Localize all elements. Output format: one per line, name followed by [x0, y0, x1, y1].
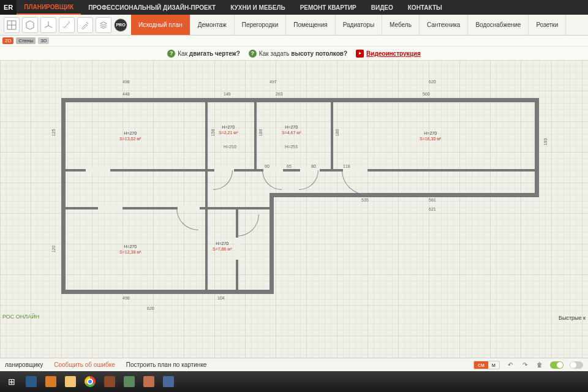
door[interactable] [213, 170, 233, 190]
tab-demolition[interactable]: Демонтаж [190, 15, 235, 35]
online-status[interactable]: РОС ОНЛАЙН [0, 312, 42, 321]
nav-design[interactable]: ПРОФЕССИОНАЛЬНЫЙ ДИЗАЙН-ПРОЕКТ [81, 0, 223, 15]
wall[interactable] [205, 172, 208, 290]
tool-hammer-icon[interactable] [77, 17, 93, 33]
quick-actions[interactable]: Быстрые к [559, 315, 586, 321]
toggle-1[interactable] [550, 361, 564, 369]
task-app-4[interactable] [120, 373, 138, 390]
tab-plumbing[interactable]: Сантехника [420, 15, 469, 35]
link-planner[interactable]: ланировщику [5, 361, 43, 368]
dim: 581 [429, 198, 436, 202]
dim: 193 [543, 138, 548, 146]
wall[interactable] [270, 193, 274, 294]
door[interactable] [176, 208, 198, 230]
help-icon: ? [249, 50, 257, 58]
wall[interactable] [61, 290, 274, 294]
tab-water[interactable]: Водоснабжение [468, 15, 529, 35]
dim: 621 [429, 207, 436, 211]
wall[interactable] [535, 98, 539, 197]
unit-cm[interactable]: см [474, 361, 488, 369]
dim: 560 [423, 92, 430, 96]
nav-video[interactable]: ВИДЕО [364, 0, 401, 15]
hint-move[interactable]: ? Как двигать чертеж? [167, 50, 240, 58]
tool-blueprint-icon[interactable] [4, 17, 20, 33]
task-app-2[interactable] [42, 373, 60, 390]
dim: 125 [51, 129, 56, 137]
toggle-2[interactable] [570, 361, 583, 369]
hint-text: Как задать высоту потолков? [259, 50, 347, 57]
view-3d-button[interactable]: 3D [38, 37, 49, 44]
task-app-1[interactable] [22, 373, 40, 390]
nav-contacts[interactable]: КОНТАКТЫ [401, 0, 450, 15]
dim: 180 [335, 129, 339, 137]
wall[interactable] [66, 207, 270, 209]
wall[interactable] [254, 100, 257, 171]
top-nav: ER ПЛАНИРОВЩИК ПРОФЕССИОНАЛЬНЫЙ ДИЗАЙН-П… [0, 0, 588, 15]
wall[interactable] [331, 100, 333, 171]
wall[interactable] [270, 193, 539, 197]
redo-icon[interactable]: ↷ [521, 361, 529, 369]
view-walls-button[interactable]: Стены [16, 37, 36, 44]
task-app-6[interactable] [159, 373, 178, 390]
link-report-bug[interactable]: Сообщить об ошибке [54, 361, 115, 368]
view-2d-button[interactable]: 2D [2, 37, 13, 44]
room-label: H=270S=16,30 м² [420, 130, 441, 141]
wall[interactable] [61, 98, 539, 102]
link-build-from-pic[interactable]: Построить план по картинке [126, 361, 207, 368]
dim: 498 [123, 80, 130, 84]
canvas[interactable]: 498 497 620 448 149 263 560 [0, 60, 588, 358]
door[interactable] [262, 170, 282, 190]
door[interactable] [342, 170, 366, 195]
room-label: H=270S=13,02 м² [119, 130, 141, 141]
tool-cube-icon[interactable] [22, 17, 38, 33]
door[interactable] [237, 214, 259, 236]
room-label: H=270S=2,21 м² [219, 124, 238, 135]
task-chrome[interactable] [81, 373, 99, 390]
tab-sockets[interactable]: Розетки [529, 15, 566, 35]
logo: ER [0, 0, 17, 15]
dim: 498 [123, 296, 130, 300]
dim: 535 [361, 198, 369, 202]
tab-rooms[interactable]: Помещения [286, 15, 335, 35]
hints-bar: ? Как двигать чертеж? ? Как задать высот… [0, 47, 588, 60]
nav-repair[interactable]: РЕМОНТ КВАРТИР [293, 0, 364, 15]
dim: 620 [429, 80, 436, 84]
start-button[interactable]: ⊞ [2, 373, 21, 390]
unit-toggle[interactable]: см м [473, 361, 500, 369]
task-app-5[interactable] [140, 373, 158, 390]
door[interactable] [299, 170, 318, 190]
dim: 104 [217, 296, 225, 300]
tab-radiators[interactable]: Радиаторы [336, 15, 382, 35]
tool-pro-badge[interactable]: PRO [114, 18, 127, 32]
tab-partitions[interactable]: Перегородки [235, 15, 287, 35]
tool-magic-icon[interactable] [59, 17, 75, 33]
unit-m[interactable]: м [488, 361, 499, 369]
dim: 90 [265, 164, 270, 168]
undo-icon[interactable]: ↶ [506, 361, 514, 369]
trash-icon[interactable]: 🗑 [535, 361, 544, 369]
toolbar: PRO Исходный план Демонтаж Перегородки П… [0, 15, 588, 36]
task-app-3[interactable] [100, 373, 119, 390]
task-explorer[interactable] [61, 373, 80, 390]
floor-plan[interactable]: 498 497 620 448 149 263 560 [55, 78, 545, 311]
room-label: H=270S=4,67 м² [282, 124, 301, 135]
dim: 497 [270, 80, 277, 84]
nav-kitchen[interactable]: КУХНИ И МЕБЕЛЬ [223, 0, 292, 15]
tab-furniture[interactable]: Мебель [382, 15, 420, 35]
dim: 80 [311, 164, 316, 168]
wall[interactable] [205, 100, 208, 171]
dim: 620 [147, 306, 154, 311]
tool-layers-icon[interactable] [96, 17, 111, 33]
tool-3d-icon[interactable] [40, 17, 56, 33]
hint-ceiling[interactable]: ? Как задать высоту потолков? [249, 50, 347, 58]
help-icon: ? [167, 50, 175, 58]
dim: 448 [123, 92, 130, 96]
tab-source-plan[interactable]: Исходный план [131, 15, 190, 35]
dim: 149 [224, 92, 231, 96]
wall[interactable] [61, 98, 66, 294]
hint-video[interactable]: Видеоинструкция [356, 50, 421, 58]
tool-icons: PRO [0, 15, 131, 35]
dim: 65 [287, 164, 292, 168]
nav-planner[interactable]: ПЛАНИРОВЩИК [17, 0, 81, 15]
room-label: H=270S=12,38 м² [119, 244, 141, 255]
